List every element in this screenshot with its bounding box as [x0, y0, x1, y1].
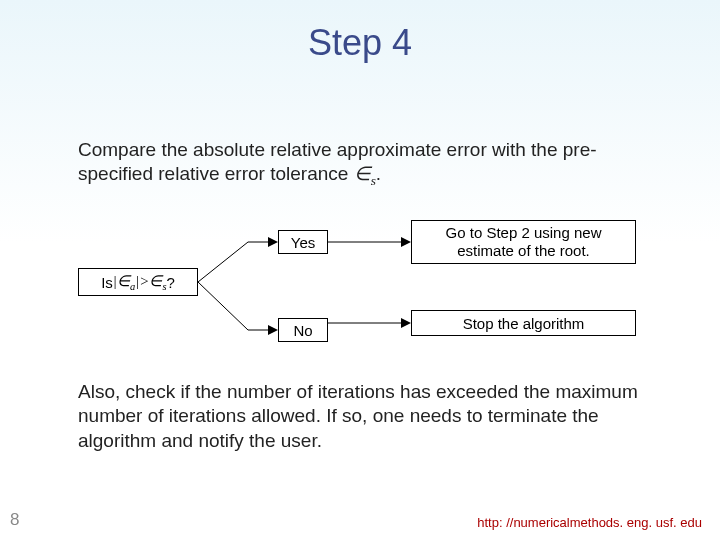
no-outcome-box: Stop the algorithm	[411, 310, 636, 336]
intro-paragraph: Compare the absolute relative approximat…	[78, 138, 638, 189]
epsilon-symbol: ∈	[354, 163, 371, 184]
svg-line-3	[198, 282, 248, 330]
svg-line-0	[198, 242, 248, 282]
page-number: 8	[10, 510, 19, 530]
epsilon-a-symbol: ∈	[117, 273, 130, 289]
greater-than: >	[139, 273, 149, 289]
epsilon-s-symbol: ∈	[149, 273, 162, 289]
decision-post: ?	[167, 274, 175, 291]
slide-title: Step 4	[0, 0, 720, 64]
intro-text-post: .	[376, 163, 381, 184]
svg-marker-7	[401, 237, 411, 247]
decision-box: Is |∈a|>∈s ?	[78, 268, 198, 296]
yes-outcome-box: Go to Step 2 using new estimate of the r…	[411, 220, 636, 264]
svg-marker-9	[401, 318, 411, 328]
decision-pre: Is	[101, 274, 113, 291]
intro-text-pre: Compare the absolute relative approximat…	[78, 139, 597, 184]
no-label-box: No	[278, 318, 328, 342]
flowchart: Is |∈a|>∈s ? Yes No Go to Step 2 using n…	[78, 220, 638, 360]
footer-url: http: //numericalmethods. eng. usf. edu	[477, 515, 702, 530]
note-paragraph: Also, check if the number of iterations …	[78, 380, 658, 453]
decision-expression: |∈a|>∈s	[113, 272, 167, 292]
yes-label-box: Yes	[278, 230, 328, 254]
tolerance-symbol: ∈s	[354, 163, 376, 184]
